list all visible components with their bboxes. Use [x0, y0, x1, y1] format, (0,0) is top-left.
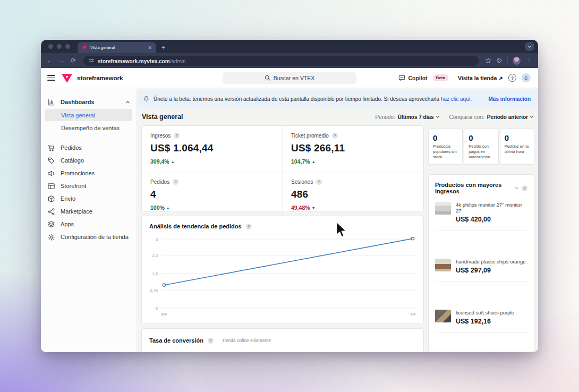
kpi-delta: 100%▲: [150, 204, 274, 211]
browser-profile-avatar[interactable]: [513, 57, 521, 65]
kpi-pedidos: Pedidos? 4 100%▲: [142, 172, 283, 218]
visit-store-link[interactable]: Visita la tienda ↗: [458, 75, 503, 81]
settings-icon: [47, 233, 55, 241]
compare-select[interactable]: Periodo anterior: [487, 114, 534, 120]
period-label: Periodo:: [376, 114, 395, 120]
account-name: storeframework: [77, 75, 123, 81]
orders-trend-card: Análisis de tendencia de pedidos ? 32,31…: [141, 216, 424, 324]
help-badge-icon[interactable]: ?: [522, 185, 527, 191]
compare-label: Comparar con:: [449, 114, 484, 120]
title-row: Vista general Periodo: Últimos 7 días Co…: [142, 113, 534, 121]
kpi-ingresos: Ingresos? US$ 1.064,44 309,4%▲: [142, 126, 283, 172]
toolbar-actions: ⋮: [485, 57, 533, 65]
new-tab-button[interactable]: +: [161, 44, 165, 52]
kpi-value: US$ 266,11: [291, 142, 415, 154]
dashboards-icon: [47, 98, 55, 106]
chart-title: Análisis de tendencia de pedidos: [149, 223, 242, 229]
marketplace-icon: [47, 208, 55, 216]
kpi-delta: 49,48%▼: [291, 204, 415, 211]
promotions-icon: [47, 169, 55, 177]
sidebar-item-pedidos[interactable]: Pedidos: [41, 141, 137, 154]
sidebar-item-marketplace[interactable]: Marketplace: [41, 205, 137, 218]
chevron-down-icon[interactable]: [515, 186, 518, 191]
browser-tab[interactable]: Vista general ✕: [78, 42, 156, 53]
period-select[interactable]: Últimos 7 días: [398, 114, 440, 120]
product-thumbnail: [435, 202, 451, 215]
svg-text:7/4: 7/4: [410, 312, 415, 317]
right-column: 0Productos populares sin stock0Pedido co…: [428, 125, 534, 352]
menu-hamburger-icon[interactable]: [47, 75, 55, 81]
bookmark-star-icon[interactable]: [485, 57, 491, 64]
vtex-logo-icon: [62, 73, 72, 83]
sidebar-item-configuraci-n-de-la-tienda[interactable]: Configuración de la tienda: [41, 231, 137, 243]
sidebar-item-storefront[interactable]: Storefront: [41, 180, 137, 192]
copilot-button[interactable]: Copilot: [398, 75, 427, 81]
admin-header: storeframework Buscar en VTEX Copilot Be…: [41, 68, 538, 88]
help-icon[interactable]: ?: [508, 74, 516, 82]
sidebar-item-vista-general[interactable]: Vista general: [45, 109, 132, 121]
window-controls[interactable]: [41, 40, 76, 53]
product-list-item[interactable]: handmade plastic chips orangeUS$ 297,09: [435, 259, 527, 274]
banner-text: Únete a la beta: tenemos una versión act…: [154, 96, 472, 102]
conversion-subtitle: Tienda online solamente: [222, 338, 271, 343]
forward-button[interactable]: →: [58, 57, 65, 64]
user-avatar[interactable]: C: [522, 73, 531, 82]
product-list-item[interactable]: 4k philips monitor 27" monitor 27US$ 420…: [435, 202, 527, 223]
sidebar-item-cat-logo[interactable]: Catálogo: [41, 154, 137, 167]
help-badge-icon[interactable]: ?: [174, 133, 180, 139]
help-badge-icon[interactable]: ?: [316, 179, 322, 185]
tab-close-icon[interactable]: ✕: [148, 45, 152, 50]
top-products-card: Productos con mayores ingresos ? 4k phil…: [428, 174, 534, 352]
chevron-down-icon: [436, 115, 440, 119]
banner-link[interactable]: haz clic aquí.: [441, 96, 472, 102]
help-badge-icon[interactable]: ?: [332, 133, 338, 139]
url-bar[interactable]: storeframework.myvtex.com/admin: [83, 56, 479, 66]
vtex-favicon-icon: [82, 45, 87, 50]
reload-button[interactable]: ⟳: [70, 57, 77, 64]
toolbar-separator: [507, 57, 508, 64]
kpi-ticket-promedio: Ticket promedio? US$ 266,11 104,7%▲: [283, 126, 423, 172]
kpi-delta: 104,7%▲: [291, 158, 415, 165]
browser-window: Vista general ✕ + ← → ⟳ storeframework.m…: [41, 40, 538, 352]
sidebar-item-apps[interactable]: Apps: [41, 218, 137, 231]
mini-kpi-card: 0Pedido con pagos en autorización: [464, 129, 498, 165]
sidebar-item-dashboards[interactable]: Dashboards: [41, 96, 137, 108]
sidebar-item-env-o[interactable]: Envío: [41, 192, 137, 205]
browser-menu-icon[interactable]: ⋮: [525, 58, 533, 64]
beta-banner: Únete a la beta: tenemos una versión act…: [137, 90, 538, 107]
extensions-icon[interactable]: [496, 57, 503, 64]
window-minimize-button[interactable]: [57, 44, 62, 49]
storefront-icon: [47, 182, 55, 190]
kpi-value: 4: [150, 189, 274, 200]
product-thumbnail: [435, 310, 451, 322]
help-badge-icon[interactable]: ?: [208, 338, 214, 344]
site-settings-icon[interactable]: [89, 58, 94, 63]
chevron-up-icon: [125, 100, 130, 105]
left-column: Ingresos? US$ 1.064,44 309,4%▲Ticket pro…: [141, 125, 424, 352]
kpi-card: Ingresos? US$ 1.064,44 309,4%▲Ticket pro…: [141, 125, 424, 211]
page-title: Vista general: [142, 113, 183, 121]
sidebar-item-desempe-o-de-ventas[interactable]: Desempeño de ventas: [45, 122, 132, 134]
global-search-input[interactable]: Buscar en VTEX: [223, 72, 356, 84]
browser-tab-strip: Vista general ✕ +: [41, 40, 538, 53]
more-info-link[interactable]: Más información: [489, 96, 532, 102]
svg-text:2,3: 2,3: [152, 253, 158, 258]
copilot-label: Copilot: [408, 75, 427, 81]
svg-text:0,75: 0,75: [150, 288, 158, 293]
chevron-down-icon: [530, 115, 534, 119]
tab-title: Vista general: [90, 45, 144, 50]
orders-icon: [47, 144, 55, 152]
sidebar-item-promociones[interactable]: Promociones: [41, 167, 137, 180]
svg-text:1,5: 1,5: [152, 271, 158, 276]
back-button[interactable]: ←: [46, 57, 54, 64]
period-controls: Periodo: Últimos 7 días Comparar con: Pe…: [376, 114, 534, 120]
tab-search-button[interactable]: [525, 42, 534, 51]
product-list-item[interactable]: licensed soft shoes purpleUS$ 192,16: [435, 310, 527, 325]
help-badge-icon[interactable]: ?: [246, 224, 252, 229]
help-badge-icon[interactable]: ?: [173, 179, 178, 185]
kpi-value: 486: [291, 189, 415, 200]
apps-icon: [47, 220, 55, 228]
window-close-button[interactable]: [48, 44, 53, 49]
kpi-delta: 309,4%▲: [150, 158, 274, 165]
window-maximize-button[interactable]: [65, 44, 70, 49]
